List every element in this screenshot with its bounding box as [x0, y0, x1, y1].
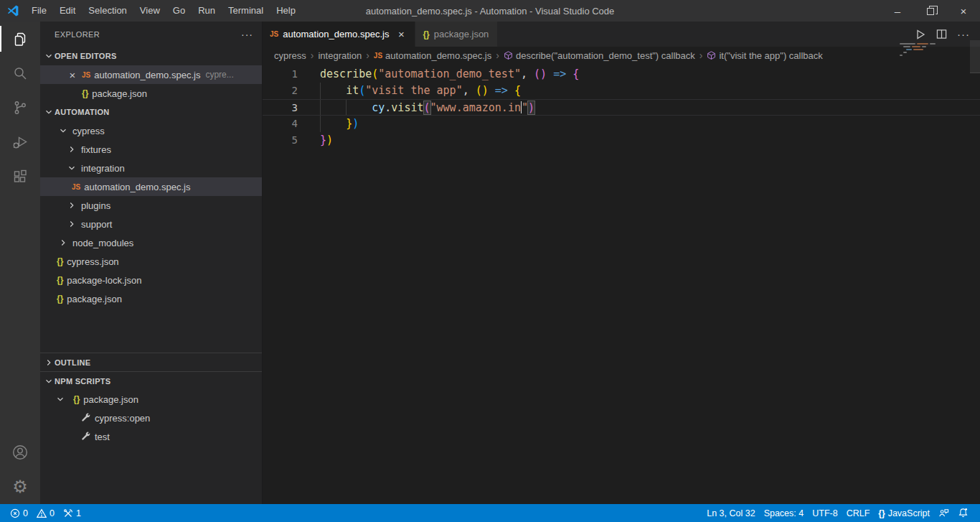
- errors-indicator[interactable]: 0: [6, 504, 32, 522]
- js-file-icon: JS: [82, 71, 90, 79]
- menu-file[interactable]: File: [25, 0, 53, 22]
- tree-item-fixtures[interactable]: fixtures: [40, 140, 262, 159]
- menu-run[interactable]: Run: [192, 0, 222, 22]
- json-file-icon: {}: [57, 294, 63, 304]
- bell-icon: [958, 508, 969, 518]
- breadcrumb-file[interactable]: JS automation_demo.spec.js: [374, 50, 491, 61]
- minimize-button[interactable]: –: [881, 0, 914, 22]
- editor-scrollbar[interactable]: [970, 40, 980, 504]
- menu-help[interactable]: Help: [270, 0, 302, 22]
- breadcrumb-describe-symbol[interactable]: describe("automation_demo_test") callbac…: [504, 50, 695, 61]
- source-control-icon[interactable]: [0, 90, 40, 125]
- explorer-actions-icon[interactable]: ···: [241, 29, 253, 40]
- run-file-icon[interactable]: [915, 29, 926, 40]
- tree-item-cypress[interactable]: cypress: [40, 121, 262, 140]
- eol-setting[interactable]: CRLF: [842, 504, 875, 522]
- code-line-3-current[interactable]: 3 cy.visit("www.amazon.in"): [263, 99, 980, 116]
- scrollbar-slider[interactable]: [970, 40, 980, 73]
- error-icon: [10, 508, 20, 518]
- extensions-icon[interactable]: [0, 159, 40, 194]
- close-button[interactable]: ×: [947, 0, 980, 22]
- code-line-1[interactable]: 1describe("automation_demo_test", () => …: [263, 66, 980, 83]
- menu-terminal[interactable]: Terminal: [222, 0, 270, 22]
- settings-gear-icon[interactable]: ⚙: [0, 470, 40, 504]
- menu-view[interactable]: View: [133, 0, 166, 22]
- split-editor-icon[interactable]: [936, 29, 947, 39]
- wrench-icon: [81, 413, 91, 423]
- npm-script-cypress-open[interactable]: cypress:open: [40, 409, 262, 427]
- editor-group: JS automation_demo.spec.js × {} package.…: [263, 22, 980, 504]
- restore-icon: [927, 8, 934, 15]
- json-file-icon: {}: [57, 256, 63, 266]
- symbol-method-icon: [707, 51, 716, 60]
- minimap[interactable]: [900, 43, 969, 72]
- code-line-4[interactable]: 4 }): [263, 116, 980, 132]
- code-editor[interactable]: 1describe("automation_demo_test", () => …: [263, 64, 980, 504]
- run-debug-icon[interactable]: [0, 125, 40, 159]
- breadcrumb-integration[interactable]: integration: [318, 50, 362, 61]
- warning-icon: [37, 508, 47, 518]
- editor-path-detail: cypre...: [205, 70, 233, 80]
- braces-icon: {}: [878, 508, 885, 518]
- wrench-icon: [81, 432, 91, 442]
- section-open-editors[interactable]: OPEN EDITORS: [40, 47, 262, 65]
- tab-package-json[interactable]: {} package.json: [415, 22, 498, 47]
- tree-item-support[interactable]: support: [40, 215, 262, 233]
- line-number[interactable]: 3: [263, 100, 298, 115]
- json-file-icon: {}: [73, 394, 80, 404]
- section-npm-scripts[interactable]: NPM SCRIPTS: [40, 371, 262, 390]
- menu-selection[interactable]: Selection: [82, 0, 133, 22]
- notifications-button[interactable]: [953, 504, 973, 522]
- npm-package-json[interactable]: {} package.json: [40, 390, 262, 409]
- menu-edit[interactable]: Edit: [53, 0, 82, 22]
- tasks-indicator[interactable]: 1: [59, 504, 85, 522]
- breadcrumb-it-symbol[interactable]: it("visit the app") callback: [707, 50, 822, 61]
- breadcrumb-cypress[interactable]: cypress: [274, 50, 306, 61]
- npm-script-test[interactable]: test: [40, 427, 262, 446]
- code-line-2[interactable]: 2 it("visit the app", () => {: [263, 83, 980, 99]
- line-number[interactable]: 2: [263, 83, 298, 99]
- indentation-setting[interactable]: Spaces: 4: [760, 504, 809, 522]
- tree-item-package-lock-json[interactable]: {} package-lock.json: [40, 271, 262, 289]
- section-workspace-automation[interactable]: AUTOMATION: [40, 103, 262, 121]
- accounts-icon[interactable]: [0, 435, 40, 470]
- chevron-right-icon: ›: [699, 50, 703, 61]
- tree-item-package-json[interactable]: {} package.json: [40, 289, 262, 308]
- status-bar: 0 0 1 Ln 3, Col 32 Spaces: 4 UTF-8 CRLF …: [0, 504, 980, 522]
- tab-automation-demo-spec[interactable]: JS automation_demo.spec.js ×: [263, 22, 415, 47]
- tab-bar: JS automation_demo.spec.js × {} package.…: [263, 22, 980, 47]
- line-number[interactable]: 1: [263, 66, 298, 83]
- symbol-method-icon: [504, 51, 513, 60]
- vscode-logo-icon: [6, 4, 19, 17]
- explorer-icon[interactable]: [0, 22, 40, 56]
- open-editor-package-json[interactable]: {} package.json: [40, 84, 262, 103]
- activity-bar: ⚙: [0, 22, 40, 504]
- feedback-button[interactable]: [934, 504, 953, 522]
- tree-item-integration[interactable]: integration: [40, 159, 262, 177]
- search-icon[interactable]: [0, 56, 40, 90]
- close-tab-icon[interactable]: ×: [395, 28, 407, 40]
- title-bar: File Edit Selection View Go Run Terminal…: [0, 0, 980, 22]
- warnings-indicator[interactable]: 0: [32, 504, 59, 522]
- chevron-right-icon: ›: [496, 50, 499, 61]
- language-mode[interactable]: {} JavaScript: [874, 504, 934, 522]
- chevron-right-icon: ›: [311, 50, 314, 61]
- cursor-position[interactable]: Ln 3, Col 32: [702, 504, 759, 522]
- tree-item-node-modules[interactable]: node_modules: [40, 233, 262, 252]
- line-number[interactable]: 4: [263, 116, 298, 132]
- more-actions-icon[interactable]: ···: [957, 28, 970, 40]
- line-number[interactable]: 5: [263, 132, 298, 149]
- close-editor-icon[interactable]: ×: [66, 69, 79, 81]
- tree-item-automation-demo-spec[interactable]: JS automation_demo.spec.js: [40, 177, 262, 196]
- explorer-sidebar: EXPLORER ··· OPEN EDITORS × JS automatio…: [40, 22, 263, 504]
- restore-button[interactable]: [914, 0, 947, 22]
- js-file-icon: JS: [270, 30, 278, 38]
- encoding-setting[interactable]: UTF-8: [808, 504, 842, 522]
- section-outline[interactable]: OUTLINE: [40, 353, 262, 371]
- js-file-icon: JS: [374, 52, 382, 60]
- open-editor-automation-demo[interactable]: × JS automation_demo.spec.js cypre...: [40, 65, 262, 84]
- tree-item-plugins[interactable]: plugins: [40, 196, 262, 215]
- tree-item-cypress-json[interactable]: {} cypress.json: [40, 252, 262, 271]
- code-line-5[interactable]: 5}): [263, 132, 980, 149]
- menu-go[interactable]: Go: [166, 0, 192, 22]
